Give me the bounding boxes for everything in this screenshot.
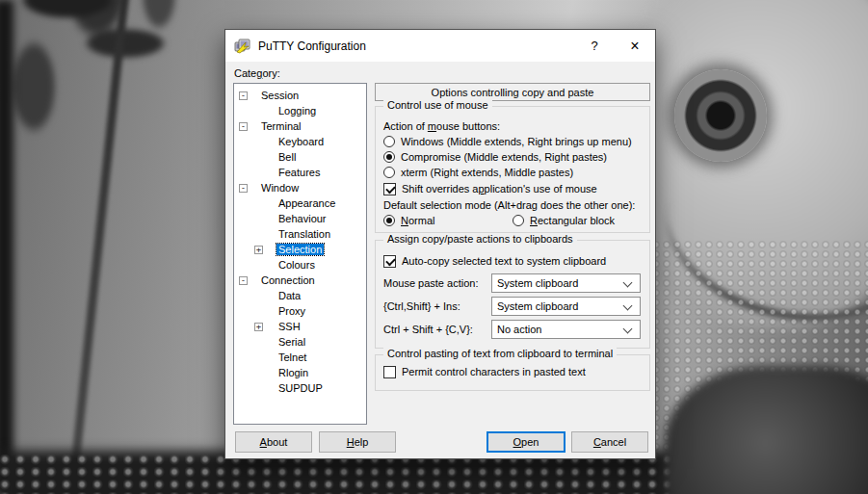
expand-icon[interactable]: + — [254, 246, 263, 254]
ctrl-shift-ins-label: {Ctrl,Shift} + Ins: — [383, 300, 491, 312]
radio-icon[interactable] — [383, 167, 395, 178]
tree-item-supdup[interactable]: SUPDUP — [234, 380, 366, 396]
tree-item-bell[interactable]: Bell — [234, 149, 366, 165]
clipboard-group-legend: Assign copy/paste actions to clipboards — [383, 233, 577, 245]
chevron-down-icon — [623, 301, 633, 311]
about-button[interactable]: About — [235, 431, 312, 453]
radio-icon[interactable] — [383, 136, 395, 147]
help-titlebar-button[interactable]: ? — [574, 30, 615, 62]
checkbox-auto-copy[interactable]: Auto-copy selected text to system clipbo… — [383, 252, 642, 270]
default-mode-label: Default selection mode (Alt+drag does th… — [383, 197, 642, 213]
help-button[interactable]: Help — [319, 431, 396, 453]
tree-item-serial[interactable]: Serial — [234, 334, 366, 350]
radio-xterm[interactable]: xterm (Right extends, Middle pastes) — [383, 165, 642, 180]
radio-windows[interactable]: Windows (Middle extends, Right brings up… — [383, 134, 642, 149]
tree-item-behaviour[interactable]: Behaviour — [234, 211, 366, 226]
chevron-down-icon — [623, 325, 633, 334]
mouse-group-legend: Control use of mouse — [383, 99, 492, 111]
ctrl-shift-ins-select[interactable]: System clipboard — [491, 297, 641, 316]
collapse-icon[interactable]: - — [239, 122, 248, 131]
radio-rectangular-block[interactable]: Rectangular block — [513, 215, 642, 226]
tree-item-keyboard[interactable]: Keyboard — [234, 134, 366, 149]
tree-item-appearance[interactable]: Appearance — [234, 195, 366, 211]
background-dark-edge — [0, 0, 13, 494]
collapse-icon[interactable]: - — [239, 91, 248, 100]
tree-item-rlogin[interactable]: Rlogin — [234, 365, 366, 380]
tree-item-features[interactable]: Features — [234, 165, 366, 180]
tree-item-logging[interactable]: Logging — [234, 103, 366, 118]
radio-icon[interactable] — [383, 215, 395, 226]
radio-icon[interactable] — [513, 215, 524, 226]
tree-item-translation[interactable]: Translation — [234, 226, 366, 242]
mouse-paste-action-label: Mouse paste action: — [383, 277, 491, 289]
category-tree: -Session Logging -Terminal Keyboard Bell… — [233, 83, 367, 425]
tree-item-session[interactable]: -Session — [234, 88, 366, 103]
tree-item-proxy[interactable]: Proxy — [234, 303, 366, 319]
tree-item-data[interactable]: Data — [234, 288, 366, 303]
paste-group-legend: Control pasting of text from clipboard t… — [383, 348, 617, 359]
chevron-down-icon — [623, 278, 633, 288]
checkbox-shift-overrides[interactable]: Shift overrides application's use of mou… — [383, 180, 642, 197]
tree-item-telnet[interactable]: Telnet — [234, 350, 366, 365]
background-pebble-texture — [0, 455, 674, 494]
open-button[interactable]: Open — [487, 431, 566, 453]
mouse-group: Control use of mouse Action of mouse but… — [375, 106, 650, 233]
tree-item-colours[interactable]: Colours — [234, 257, 366, 273]
checkbox-permit-control-chars[interactable]: Permit control characters in pasted text — [383, 363, 642, 380]
collapse-icon[interactable]: - — [239, 276, 248, 285]
putty-configuration-dialog: PuTTY Configuration ? × Category: -Sessi… — [224, 29, 656, 459]
radio-normal[interactable]: Normal — [383, 215, 513, 226]
tree-item-window[interactable]: -Window — [234, 180, 366, 195]
ctrl-shift-cv-select[interactable]: No action — [491, 320, 641, 339]
expand-icon[interactable]: + — [254, 323, 263, 331]
close-icon[interactable]: × — [615, 30, 655, 62]
checkbox-icon[interactable] — [383, 366, 396, 378]
putty-icon — [234, 39, 251, 54]
tree-item-ssh[interactable]: +SSH — [234, 319, 366, 334]
tree-item-terminal[interactable]: -Terminal — [234, 118, 366, 134]
radio-compromise[interactable]: Compromise (Middle extends, Right pastes… — [383, 149, 642, 165]
checkbox-icon[interactable] — [383, 183, 396, 195]
tree-item-selection[interactable]: +Selection — [234, 242, 366, 257]
ctrl-shift-cv-label: Ctrl + Shift + {C,V}: — [383, 324, 491, 335]
window-title: PuTTY Configuration — [258, 39, 366, 53]
mouse-paste-action-select[interactable]: System clipboard — [491, 273, 641, 293]
title-bar[interactable]: PuTTY Configuration ? × — [225, 30, 655, 62]
radio-icon[interactable] — [383, 151, 395, 163]
collapse-icon[interactable]: - — [239, 184, 248, 193]
paste-group: Control pasting of text from clipboard t… — [375, 354, 650, 391]
category-label: Category: — [234, 67, 280, 79]
clipboard-group: Assign copy/paste actions to clipboards … — [375, 240, 650, 349]
mouse-buttons-label: Action of mouse buttons: — [383, 118, 642, 134]
checkbox-icon[interactable] — [383, 255, 396, 268]
cancel-button[interactable]: Cancel — [571, 431, 648, 453]
tree-item-connection[interactable]: -Connection — [234, 273, 366, 288]
